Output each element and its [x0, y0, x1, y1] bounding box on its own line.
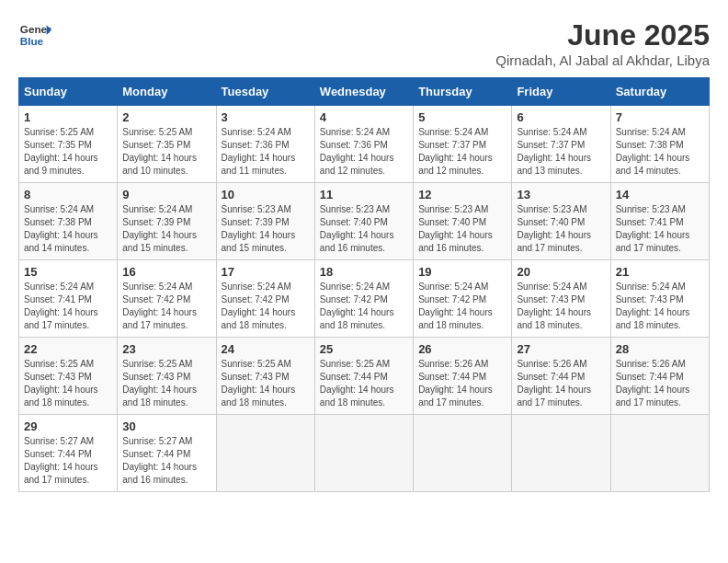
calendar-week-row: 8Sunrise: 5:24 AM Sunset: 7:38 PM Daylig… — [19, 183, 710, 260]
day-info: Sunrise: 5:24 AM Sunset: 7:42 PM Dayligh… — [320, 281, 408, 332]
day-number: 20 — [517, 265, 605, 279]
calendar-day-cell: 12Sunrise: 5:23 AM Sunset: 7:40 PM Dayli… — [414, 183, 512, 260]
day-info: Sunrise: 5:24 AM Sunset: 7:42 PM Dayligh… — [122, 281, 210, 332]
calendar-day-cell: 10Sunrise: 5:23 AM Sunset: 7:39 PM Dayli… — [216, 183, 314, 260]
subtitle: Qirnadah, Al Jabal al Akhdar, Libya — [495, 52, 710, 68]
day-number: 27 — [517, 342, 605, 356]
calendar-day-cell — [216, 415, 314, 492]
day-number: 7 — [616, 110, 704, 124]
day-number: 25 — [320, 342, 408, 356]
weekday-header-wednesday: Wednesday — [314, 78, 413, 106]
weekday-header-monday: Monday — [118, 78, 216, 106]
day-number: 17 — [222, 265, 310, 279]
day-number: 8 — [24, 188, 112, 201]
day-number: 2 — [122, 110, 210, 124]
day-number: 1 — [24, 110, 112, 124]
header: General Blue June 2025 Qirnadah, Al Jaba… — [18, 18, 710, 68]
calendar-day-cell: 1Sunrise: 5:25 AM Sunset: 7:35 PM Daylig… — [19, 106, 118, 183]
day-info: Sunrise: 5:24 AM Sunset: 7:43 PM Dayligh… — [616, 281, 704, 332]
calendar-day-cell: 13Sunrise: 5:23 AM Sunset: 7:40 PM Dayli… — [512, 183, 610, 260]
day-info: Sunrise: 5:23 AM Sunset: 7:40 PM Dayligh… — [517, 203, 605, 255]
day-info: Sunrise: 5:25 AM Sunset: 7:44 PM Dayligh… — [320, 358, 408, 409]
logo: General Blue — [18, 18, 51, 52]
calendar-table: SundayMondayTuesdayWednesdayThursdayFrid… — [18, 77, 710, 492]
calendar-day-cell: 15Sunrise: 5:24 AM Sunset: 7:41 PM Dayli… — [19, 260, 118, 338]
title-area: June 2025 Qirnadah, Al Jabal al Akhdar, … — [495, 18, 710, 68]
day-info: Sunrise: 5:26 AM Sunset: 7:44 PM Dayligh… — [517, 358, 605, 409]
calendar-day-cell: 8Sunrise: 5:24 AM Sunset: 7:38 PM Daylig… — [19, 183, 118, 260]
day-info: Sunrise: 5:24 AM Sunset: 7:39 PM Dayligh… — [122, 203, 210, 255]
calendar-day-cell: 20Sunrise: 5:24 AM Sunset: 7:43 PM Dayli… — [512, 260, 610, 338]
calendar-day-cell: 28Sunrise: 5:26 AM Sunset: 7:44 PM Dayli… — [610, 338, 709, 415]
calendar-day-cell — [610, 415, 709, 492]
logo-icon: General Blue — [18, 18, 51, 52]
calendar-day-cell: 29Sunrise: 5:27 AM Sunset: 7:44 PM Dayli… — [19, 415, 118, 492]
day-info: Sunrise: 5:24 AM Sunset: 7:37 PM Dayligh… — [517, 126, 605, 178]
main-title: June 2025 — [495, 18, 710, 52]
calendar-day-cell: 16Sunrise: 5:24 AM Sunset: 7:42 PM Dayli… — [118, 260, 216, 338]
calendar-day-cell: 22Sunrise: 5:25 AM Sunset: 7:43 PM Dayli… — [19, 338, 118, 415]
weekday-header-row: SundayMondayTuesdayWednesdayThursdayFrid… — [19, 78, 710, 106]
calendar-day-cell: 6Sunrise: 5:24 AM Sunset: 7:37 PM Daylig… — [512, 106, 610, 183]
day-info: Sunrise: 5:24 AM Sunset: 7:36 PM Dayligh… — [320, 126, 408, 178]
day-number: 16 — [122, 265, 210, 279]
calendar-day-cell: 4Sunrise: 5:24 AM Sunset: 7:36 PM Daylig… — [314, 106, 413, 183]
calendar-week-row: 15Sunrise: 5:24 AM Sunset: 7:41 PM Dayli… — [19, 260, 710, 338]
calendar-day-cell: 26Sunrise: 5:26 AM Sunset: 7:44 PM Dayli… — [414, 338, 512, 415]
calendar-day-cell: 7Sunrise: 5:24 AM Sunset: 7:38 PM Daylig… — [610, 106, 709, 183]
day-info: Sunrise: 5:25 AM Sunset: 7:35 PM Dayligh… — [24, 126, 112, 178]
day-info: Sunrise: 5:24 AM Sunset: 7:42 PM Dayligh… — [418, 281, 506, 332]
weekday-header-sunday: Sunday — [19, 78, 118, 106]
day-number: 21 — [616, 265, 704, 279]
day-number: 22 — [24, 342, 112, 356]
day-info: Sunrise: 5:25 AM Sunset: 7:43 PM Dayligh… — [122, 358, 210, 409]
weekday-header-saturday: Saturday — [610, 78, 709, 106]
day-info: Sunrise: 5:25 AM Sunset: 7:43 PM Dayligh… — [24, 358, 112, 409]
day-number: 15 — [24, 265, 112, 279]
day-info: Sunrise: 5:27 AM Sunset: 7:44 PM Dayligh… — [122, 435, 210, 487]
calendar-day-cell: 30Sunrise: 5:27 AM Sunset: 7:44 PM Dayli… — [118, 415, 216, 492]
day-number: 24 — [222, 342, 310, 356]
day-info: Sunrise: 5:25 AM Sunset: 7:43 PM Dayligh… — [222, 358, 310, 409]
day-number: 6 — [517, 110, 605, 124]
day-info: Sunrise: 5:23 AM Sunset: 7:41 PM Dayligh… — [616, 203, 704, 255]
weekday-header-tuesday: Tuesday — [216, 78, 314, 106]
calendar-day-cell: 14Sunrise: 5:23 AM Sunset: 7:41 PM Dayli… — [610, 183, 709, 260]
day-info: Sunrise: 5:24 AM Sunset: 7:38 PM Dayligh… — [24, 203, 112, 255]
day-number: 3 — [222, 110, 310, 124]
calendar-day-cell — [414, 415, 512, 492]
day-number: 4 — [320, 110, 408, 124]
day-info: Sunrise: 5:27 AM Sunset: 7:44 PM Dayligh… — [24, 435, 112, 487]
day-info: Sunrise: 5:24 AM Sunset: 7:41 PM Dayligh… — [24, 281, 112, 332]
calendar-day-cell — [512, 415, 610, 492]
day-number: 10 — [222, 188, 310, 201]
weekday-header-thursday: Thursday — [414, 78, 512, 106]
calendar-day-cell: 2Sunrise: 5:25 AM Sunset: 7:35 PM Daylig… — [118, 106, 216, 183]
day-number: 14 — [616, 188, 704, 201]
calendar-day-cell: 23Sunrise: 5:25 AM Sunset: 7:43 PM Dayli… — [118, 338, 216, 415]
day-info: Sunrise: 5:24 AM Sunset: 7:36 PM Dayligh… — [222, 126, 310, 178]
calendar-day-cell: 9Sunrise: 5:24 AM Sunset: 7:39 PM Daylig… — [118, 183, 216, 260]
weekday-header-friday: Friday — [512, 78, 610, 106]
day-info: Sunrise: 5:24 AM Sunset: 7:37 PM Dayligh… — [418, 126, 506, 178]
day-info: Sunrise: 5:23 AM Sunset: 7:40 PM Dayligh… — [320, 203, 408, 255]
calendar-day-cell: 27Sunrise: 5:26 AM Sunset: 7:44 PM Dayli… — [512, 338, 610, 415]
calendar-day-cell: 19Sunrise: 5:24 AM Sunset: 7:42 PM Dayli… — [414, 260, 512, 338]
day-info: Sunrise: 5:24 AM Sunset: 7:43 PM Dayligh… — [517, 281, 605, 332]
day-number: 29 — [24, 419, 112, 433]
day-info: Sunrise: 5:26 AM Sunset: 7:44 PM Dayligh… — [418, 358, 506, 409]
calendar-day-cell — [314, 415, 413, 492]
day-number: 28 — [616, 342, 704, 356]
day-number: 9 — [122, 188, 210, 201]
calendar-day-cell: 17Sunrise: 5:24 AM Sunset: 7:42 PM Dayli… — [216, 260, 314, 338]
day-number: 23 — [122, 342, 210, 356]
day-number: 30 — [122, 419, 210, 433]
calendar-week-row: 29Sunrise: 5:27 AM Sunset: 7:44 PM Dayli… — [19, 415, 710, 492]
calendar-day-cell: 3Sunrise: 5:24 AM Sunset: 7:36 PM Daylig… — [216, 106, 314, 183]
svg-text:Blue: Blue — [20, 35, 44, 47]
day-number: 26 — [418, 342, 506, 356]
calendar-day-cell: 11Sunrise: 5:23 AM Sunset: 7:40 PM Dayli… — [314, 183, 413, 260]
day-info: Sunrise: 5:24 AM Sunset: 7:38 PM Dayligh… — [616, 126, 704, 178]
calendar-week-row: 22Sunrise: 5:25 AM Sunset: 7:43 PM Dayli… — [19, 338, 710, 415]
day-number: 13 — [517, 188, 605, 201]
